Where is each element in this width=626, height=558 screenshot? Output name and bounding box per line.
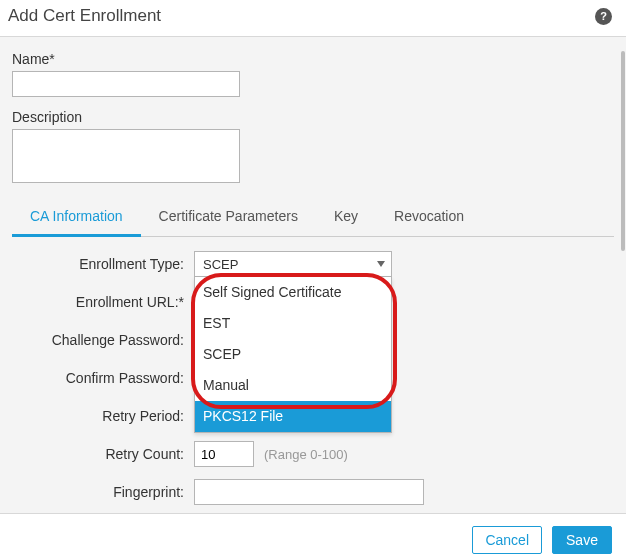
description-textarea[interactable] xyxy=(12,129,240,183)
option-est[interactable]: EST xyxy=(195,308,391,339)
ca-information-form: Enrollment Type: SCEP Self Signed Certif… xyxy=(12,237,614,505)
enrollment-type-value: SCEP xyxy=(203,257,238,272)
confirm-password-label: Confirm Password: xyxy=(12,370,194,386)
row-retry-count: Retry Count: (Range 0-100) xyxy=(12,441,614,467)
enrollment-type-dropdown: Self Signed Certificate EST SCEP Manual … xyxy=(194,277,392,433)
fingerprint-label: Fingerprint: xyxy=(12,484,194,500)
enrollment-type-label: Enrollment Type: xyxy=(12,256,194,272)
dialog-body: Name* Description CA Information Certifi… xyxy=(0,36,626,514)
help-icon[interactable]: ? xyxy=(595,8,612,25)
option-pkcs12-file[interactable]: PKCS12 File xyxy=(195,401,391,432)
chevron-down-icon xyxy=(377,261,385,267)
tab-key[interactable]: Key xyxy=(316,200,376,236)
fingerprint-input[interactable] xyxy=(194,479,424,505)
name-input[interactable] xyxy=(12,71,240,97)
dialog-footer: Cancel Save xyxy=(0,514,626,558)
enrollment-url-label: Enrollment URL:* xyxy=(12,294,194,310)
tab-certificate-parameters[interactable]: Certificate Parameters xyxy=(141,200,316,236)
scrollbar[interactable] xyxy=(620,37,626,513)
row-fingerprint: Fingerprint: xyxy=(12,479,614,505)
challenge-password-label: Challenge Password: xyxy=(12,332,194,348)
retry-count-label: Retry Count: xyxy=(12,446,194,462)
description-label: Description xyxy=(12,109,614,125)
tab-ca-information[interactable]: CA Information xyxy=(12,200,141,237)
retry-count-input[interactable] xyxy=(194,441,254,467)
name-label: Name* xyxy=(12,51,614,67)
row-enrollment-type: Enrollment Type: SCEP Self Signed Certif… xyxy=(12,251,614,277)
save-button[interactable]: Save xyxy=(552,526,612,554)
tabs: CA Information Certificate Parameters Ke… xyxy=(12,200,614,237)
dialog-title: Add Cert Enrollment xyxy=(8,6,161,26)
enrollment-type-select[interactable]: SCEP xyxy=(194,251,392,277)
option-manual[interactable]: Manual xyxy=(195,370,391,401)
retry-count-hint: (Range 0-100) xyxy=(264,447,348,462)
tab-revocation[interactable]: Revocation xyxy=(376,200,482,236)
dialog-header: Add Cert Enrollment ? xyxy=(0,0,626,36)
retry-period-label: Retry Period: xyxy=(12,408,194,424)
cancel-button[interactable]: Cancel xyxy=(472,526,542,554)
option-scep[interactable]: SCEP xyxy=(195,339,391,370)
option-self-signed-certificate[interactable]: Self Signed Certificate xyxy=(195,277,391,308)
